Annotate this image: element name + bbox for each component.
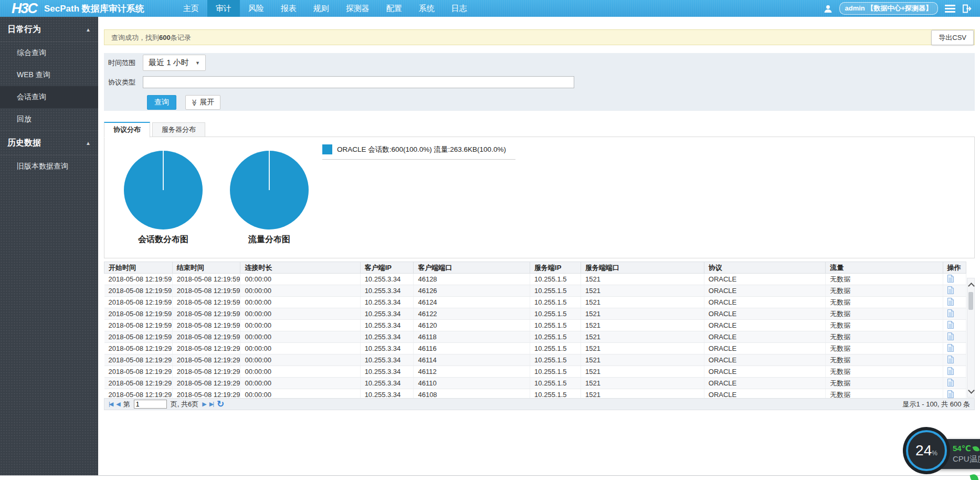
table-cell: 00:00:00 xyxy=(240,308,360,320)
table-row: 2018-05-08 12:19:592018-05-08 12:19:5900… xyxy=(104,331,966,343)
first-page-icon[interactable]: |◀ xyxy=(109,401,112,408)
detail-doc-icon[interactable] xyxy=(947,390,954,398)
table-cell: 2018-05-08 12:19:59 xyxy=(104,274,173,285)
table-cell: ORACLE xyxy=(704,320,826,331)
sidebar-item[interactable]: 会话查询 xyxy=(0,86,98,108)
detail-doc-icon[interactable] xyxy=(947,286,954,294)
nav-item[interactable]: 规则 xyxy=(305,0,338,17)
action-cell xyxy=(943,274,966,285)
table-cell: ORACLE xyxy=(704,343,826,354)
sidebar-item[interactable]: WEB 查询 xyxy=(0,64,98,86)
detail-doc-icon[interactable] xyxy=(947,321,954,329)
table-cell: 10.255.1.5 xyxy=(530,389,581,399)
nav-item[interactable]: 系统 xyxy=(410,0,443,17)
detail-doc-icon[interactable] xyxy=(947,309,954,317)
action-cell xyxy=(943,285,966,297)
nav-item[interactable]: 日志 xyxy=(443,0,476,17)
time-range-dropdown[interactable]: 最近 1 小时 ▼ xyxy=(143,55,206,71)
detail-doc-icon[interactable] xyxy=(947,356,954,363)
sidebar-item[interactable]: 回放 xyxy=(0,108,98,130)
nav-item[interactable]: 配置 xyxy=(378,0,410,17)
next-page-icon[interactable]: ▶ xyxy=(202,401,205,408)
table-cell: 10.255.3.34 xyxy=(360,297,414,308)
notice-record-count: 600 xyxy=(159,34,171,41)
hamburger-menu-icon[interactable] xyxy=(945,3,955,14)
logout-icon[interactable] xyxy=(962,4,972,13)
table-cell: 1521 xyxy=(581,297,704,308)
page-label-prefix: 第 xyxy=(123,400,130,409)
collapse-arrow-icon: ▲ xyxy=(86,140,91,146)
nav-item[interactable]: 探测器 xyxy=(338,0,378,17)
column-header: 连接时长 xyxy=(240,262,360,274)
page-input[interactable] xyxy=(134,400,167,409)
detail-doc-icon[interactable] xyxy=(947,379,954,387)
detail-doc-icon[interactable] xyxy=(947,344,954,352)
user-icon xyxy=(824,4,833,13)
table-cell: 10.255.3.34 xyxy=(360,331,414,343)
table-cell: 10.255.1.5 xyxy=(530,320,581,331)
column-header: 客户端端口 xyxy=(414,262,530,274)
table-cell: 1521 xyxy=(581,366,704,378)
scroll-up-icon[interactable] xyxy=(968,283,975,289)
protocol-type-input[interactable] xyxy=(143,76,574,88)
export-csv-button[interactable]: 导出CSV xyxy=(931,30,974,45)
refresh-icon[interactable]: ↻ xyxy=(217,400,224,409)
table-cell: 2018-05-08 12:19:59 xyxy=(104,285,173,297)
action-cell xyxy=(943,378,966,389)
nav-item[interactable]: 审计 xyxy=(207,0,240,17)
query-button[interactable]: 查询 xyxy=(147,95,176,110)
column-header: 服务端端口 xyxy=(581,262,704,274)
scroll-down-icon[interactable] xyxy=(968,387,975,394)
table-cell: 1521 xyxy=(581,343,704,354)
table-row: 2018-05-08 12:19:592018-05-08 12:19:5900… xyxy=(104,308,966,320)
table-cell: 2018-05-08 12:19:59 xyxy=(104,297,173,308)
notice-text-prefix: 查询成功，找到 xyxy=(111,34,159,41)
sidebar-item[interactable]: 旧版本数据查询 xyxy=(0,155,98,178)
nav-item[interactable]: 风险 xyxy=(240,0,272,17)
user-badge[interactable]: admin 【数据中心+探测器】 xyxy=(839,2,939,15)
nav-item[interactable]: 主页 xyxy=(175,0,207,17)
sidebar-section-title: 历史数据 xyxy=(7,138,41,149)
traffic-pie-wrap: 流量分布图 xyxy=(230,151,309,245)
column-header: 服务端IP xyxy=(530,262,581,274)
table-cell: ORACLE xyxy=(704,389,826,399)
cpu-usage-gauge[interactable]: 24 % xyxy=(906,430,947,471)
cpu-usage-unit: % xyxy=(932,450,937,457)
tab-active[interactable]: 协议分布 xyxy=(104,122,150,138)
sidebar-item[interactable]: 综合查询 xyxy=(0,42,98,64)
chart-panel: 会话数分布图 流量分布图 ORACLE 会话数:600(100.0%) 流量:2… xyxy=(104,137,975,258)
table-cell: ORACLE xyxy=(704,285,826,297)
table-cell: 46120 xyxy=(414,320,530,331)
table-scrollbar[interactable] xyxy=(967,278,975,398)
cpu-temperature-value: 54℃ xyxy=(953,444,971,453)
tab-inactive[interactable]: 服务器分布 xyxy=(152,122,205,137)
nav-item[interactable]: 报表 xyxy=(272,0,305,17)
session-pie-chart xyxy=(124,151,203,229)
scrollbar-thumb[interactable] xyxy=(968,292,973,310)
detail-doc-icon[interactable] xyxy=(947,332,954,340)
table-cell: 无数据 xyxy=(826,389,943,399)
table-cell: 10.255.1.5 xyxy=(530,308,581,320)
table-cell: 无数据 xyxy=(826,354,943,366)
detail-doc-icon[interactable] xyxy=(947,275,954,283)
sidebar-section-header[interactable]: 历史数据▲ xyxy=(0,130,98,155)
time-range-value: 最近 1 小时 xyxy=(149,58,189,68)
detail-doc-icon[interactable] xyxy=(947,298,954,306)
table-cell: 10.255.1.5 xyxy=(530,378,581,389)
action-cell xyxy=(943,297,966,308)
prev-page-icon[interactable]: ◀ xyxy=(116,401,119,408)
sidebar-section-header[interactable]: 日常行为▲ xyxy=(0,17,98,42)
table-header-row: 开始时间结束时间连接时长客户端IP客户端端口服务端IP服务端端口协议流量操作 xyxy=(104,262,966,274)
expand-button[interactable]: ≫ 展开 xyxy=(185,95,220,110)
table-row: 2018-05-08 12:19:592018-05-08 12:19:5900… xyxy=(104,320,966,331)
last-page-icon[interactable]: ▶| xyxy=(209,401,213,408)
table-cell: 1521 xyxy=(581,354,704,366)
app-title: SecPath 数据库审计系统 xyxy=(44,3,144,15)
action-cell xyxy=(943,343,966,354)
table-row: 2018-05-08 12:19:592018-05-08 12:19:5900… xyxy=(104,297,966,308)
main-content: 查询成功，找到600条记录 导出CSV 时间范围 最近 1 小时 ▼ 协议类型 … xyxy=(98,17,980,475)
expand-chevrons-icon: ≫ xyxy=(191,99,198,106)
table-cell: 46124 xyxy=(414,297,530,308)
nav-right: admin 【数据中心+探测器】 xyxy=(824,2,980,15)
detail-doc-icon[interactable] xyxy=(947,367,954,375)
